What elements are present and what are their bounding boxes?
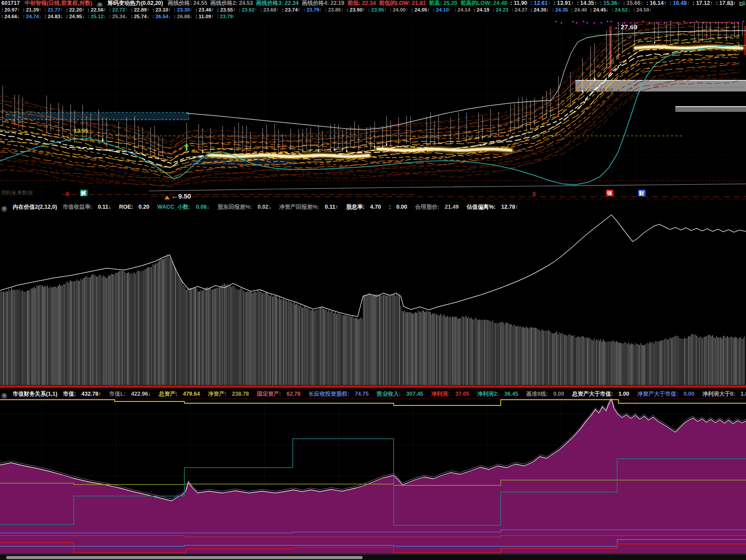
header-value: : 14.35↑ xyxy=(577,0,597,6)
header-value: : 24.05↑ xyxy=(411,7,430,12)
chart-label: 用到未来数据 xyxy=(1,190,33,196)
header-value: : 21.77↑ xyxy=(44,7,63,12)
header-value: : 22.56↑ xyxy=(88,7,106,12)
header-value: : 24.59↓ xyxy=(633,7,652,12)
header-value: : 11.90 xyxy=(511,0,527,6)
marker-text: 张 xyxy=(606,190,613,196)
horizontal-scrollbar[interactable] xyxy=(0,554,746,560)
field-label: 市值L: xyxy=(109,391,127,397)
field-value: 37.05 xyxy=(455,391,469,397)
field-label: 估值偏离%: xyxy=(467,204,497,210)
header-value: : 23.79↑ xyxy=(303,7,322,12)
header-row-3: : 24.66↓: 24.74↓: 24.83↓: 24.95↓: 25.12↓… xyxy=(0,13,746,20)
scrollbar-thumb[interactable] xyxy=(6,556,363,559)
field-value: 1.00 xyxy=(618,391,629,397)
field-value: 74.75 xyxy=(355,391,368,397)
header-value: 前高的LOW: 24.48 xyxy=(460,0,507,6)
header-value: : 17.12↑ xyxy=(693,0,713,6)
header-value: : 23.10↑ xyxy=(152,7,171,12)
stock-code: 601717 xyxy=(1,0,20,6)
chevron-down-icon[interactable]: ∨ xyxy=(97,2,103,7)
header-value: : 12.61↑ xyxy=(531,0,551,6)
field-label: 净利润2: xyxy=(477,391,500,397)
header-value: : 22.20↑ xyxy=(66,7,85,12)
header-value: : 25.74↓ xyxy=(131,14,149,19)
header-value: : 24.19 xyxy=(474,7,490,12)
panel3-header: ∨ 市值财务关系(1,1) 市值: 432.78↑市值L: 422.96↓总资产… xyxy=(0,389,746,399)
field-value: 1.00 xyxy=(741,391,746,397)
marker-text: 解 xyxy=(80,190,86,196)
field-label: 合理股价: xyxy=(415,204,441,210)
indicator-field: 估值偏离%: 12.78↑ xyxy=(467,204,522,210)
header-value: 前低: 22.34 xyxy=(347,0,376,6)
header-icons: ◇ ⧉ xyxy=(726,0,743,8)
chart-label: ←9.50 xyxy=(172,192,191,200)
chevron-down-icon[interactable]: ∨ xyxy=(1,206,7,212)
header-value: : 24.14 xyxy=(455,7,471,12)
header-value: 画线价格4: 22.19 xyxy=(302,0,344,6)
header-value: : 24.52↓ xyxy=(612,7,630,12)
chart-canvas[interactable]: ←27.6918.86→19.5013.95←9.50用到未来数据S解S张财 xyxy=(0,0,746,560)
header-value: : 24.10↑ xyxy=(433,7,451,12)
indicator-field: 净利润2: 36.45 xyxy=(477,391,522,397)
diamond-icon[interactable]: ◇ xyxy=(730,0,734,7)
field-value: 62.78 xyxy=(287,391,300,397)
indicator-field: 净利润: 37.05 xyxy=(431,391,473,397)
field-value: 238.78 xyxy=(232,391,249,397)
header-value: : 24.30↓ xyxy=(531,7,549,12)
orange-triangle-icon xyxy=(164,195,170,199)
header-value: 前高: 25.20 xyxy=(429,0,457,6)
indicator-field: 股息率: 4.70 xyxy=(346,204,385,210)
stock-name: 中创智领(日线,前复权,对数) xyxy=(24,0,92,6)
market-cap-area xyxy=(0,399,746,554)
indicator-field: 市值L: 422.96↓ xyxy=(109,391,155,397)
field-value: 0.00 xyxy=(683,391,694,397)
field-label: 净资产大于市值: xyxy=(637,391,679,397)
intrinsic-value-panel xyxy=(0,254,746,388)
header-value: 画线价格3: 22.34 xyxy=(256,0,299,6)
indicator-field: ROE: 0.20 xyxy=(119,204,153,210)
header-value: : 25.34↓ xyxy=(109,14,128,19)
indicator-field: 营业收入: 307.45 xyxy=(377,391,427,397)
field-value: 0.20 xyxy=(139,204,149,210)
header-value: : 24.27 xyxy=(511,7,527,12)
field-value: 36.45 xyxy=(504,391,518,397)
indicator-field: 长应收投资股权: 74.75 xyxy=(308,391,372,397)
field-label: 市值收益率: xyxy=(63,204,94,210)
field-label: 市值: xyxy=(63,391,78,397)
indicator-field: 市值收益率: 0.11↓ xyxy=(63,204,115,210)
header-value: 前低的LOW: 21.81 xyxy=(379,0,426,6)
header-value: : 21.39↑ xyxy=(23,7,42,12)
header-value: 画线价格2: 24.53 xyxy=(210,0,253,6)
field-value: 0.11↓ xyxy=(98,204,111,210)
field-value: 479.64 xyxy=(183,391,200,397)
header-row-2: : 20.97↑: 21.39↑: 21.77↑: 22.20↑: 22.56↑… xyxy=(0,7,746,13)
field-label: 净利润: xyxy=(431,391,451,397)
field-value: 21.49 xyxy=(445,204,459,210)
panel2-header: ∨ 内在价值2(2,12,0) 市值收益率: 0.11↓ROE: 0.20WAC… xyxy=(0,202,746,212)
panel3-title: 市值财务关系(1,1) xyxy=(12,391,57,397)
field-label: 净利润大于0: xyxy=(702,391,737,397)
header-value: : 22.89↑ xyxy=(131,7,149,12)
panel2-title: 内在价值2(2,12,0) xyxy=(12,204,57,210)
field-label: 总资产大于市值: xyxy=(572,391,614,397)
header-value: : 23.85↑ xyxy=(325,7,343,12)
indicator-field: 净资产: 238.78 xyxy=(208,391,253,397)
field-value: 0.02↓ xyxy=(258,204,271,210)
header-value: : 11.09↑ xyxy=(195,14,214,19)
field-label: WACC_小数: xyxy=(157,204,192,210)
field-label: 股息率: xyxy=(346,204,366,210)
field-label: 固定资产: xyxy=(257,391,283,397)
panel-layout-icon[interactable]: ⧉ xyxy=(739,0,743,7)
header-value: : 20.97↑ xyxy=(1,7,20,12)
header-value: : 23.55↑ xyxy=(217,7,236,12)
header-value: : 15.66↑ xyxy=(623,0,643,6)
indicator-field: 市值: 432.78↑ xyxy=(63,391,105,397)
chevron-down-icon[interactable]: ∨ xyxy=(1,393,7,399)
field-value: 307.45 xyxy=(406,391,423,397)
header-value: : 16.48↑ xyxy=(670,0,690,6)
header-value: : 23.95↑ xyxy=(368,7,387,12)
field-value: 12.78↑ xyxy=(501,204,518,210)
field-label: 长应收投资股权: xyxy=(308,391,351,397)
header-row-1: 601717 中创智领(日线,前复权,对数) ∨ 筹码变动热力(0.02,20)… xyxy=(0,0,746,7)
